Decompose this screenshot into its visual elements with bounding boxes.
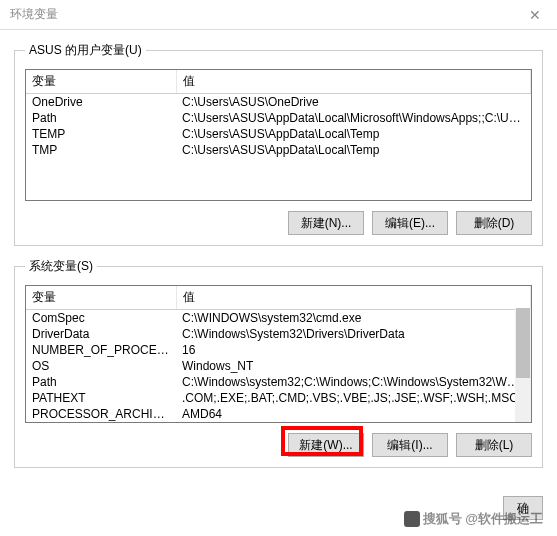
table-row[interactable]: PATHEXT.COM;.EXE;.BAT;.CMD;.VBS;.VBE;.JS… xyxy=(26,390,531,406)
user-new-button[interactable]: 新建(N)... xyxy=(288,211,364,235)
var-value-cell: AMD64 xyxy=(176,406,531,422)
table-row[interactable]: OneDriveC:\Users\ASUS\OneDrive xyxy=(26,94,531,111)
system-delete-button[interactable]: 删除(L) xyxy=(456,433,532,457)
table-row[interactable]: PathC:\Windows\system32;C:\Windows;C:\Wi… xyxy=(26,374,531,390)
var-value-cell: .COM;.EXE;.BAT;.CMD;.VBS;.VBE;.JS;.JSE;.… xyxy=(176,390,531,406)
user-vars-table[interactable]: 变量 值 OneDriveC:\Users\ASUS\OneDrivePathC… xyxy=(26,70,531,158)
var-value-cell: 16 xyxy=(176,342,531,358)
user-vars-table-wrap: 变量 值 OneDriveC:\Users\ASUS\OneDrivePathC… xyxy=(25,69,532,201)
system-new-button[interactable]: 新建(W)... xyxy=(288,433,364,457)
var-value-cell: Windows_NT xyxy=(176,358,531,374)
var-name-cell: PROCESSOR_ARCHITECTURE xyxy=(26,406,176,422)
col-header-variable[interactable]: 变量 xyxy=(26,286,176,310)
window-title: 环境变量 xyxy=(10,6,58,23)
var-name-cell: Path xyxy=(26,110,176,126)
user-delete-button[interactable]: 删除(D) xyxy=(456,211,532,235)
user-vars-legend: ASUS 的用户变量(U) xyxy=(25,42,146,59)
table-row[interactable]: PathC:\Users\ASUS\AppData\Local\Microsof… xyxy=(26,110,531,126)
var-name-cell: TEMP xyxy=(26,126,176,142)
ok-button[interactable]: 确 xyxy=(503,496,543,520)
close-icon[interactable]: ✕ xyxy=(513,0,557,30)
var-name-cell: OS xyxy=(26,358,176,374)
var-value-cell: C:\Users\ASUS\OneDrive xyxy=(176,94,531,111)
table-row[interactable]: ComSpecC:\WINDOWS\system32\cmd.exe xyxy=(26,310,531,327)
system-vars-legend: 系统变量(S) xyxy=(25,258,97,275)
var-value-cell: C:\Windows\system32;C:\Windows;C:\Window… xyxy=(176,374,531,390)
col-header-value[interactable]: 值 xyxy=(176,70,531,94)
system-edit-button[interactable]: 编辑(I)... xyxy=(372,433,448,457)
var-value-cell: C:\Users\ASUS\AppData\Local\Temp xyxy=(176,126,531,142)
var-name-cell: OneDrive xyxy=(26,94,176,111)
var-value-cell: C:\Windows\System32\Drivers\DriverData xyxy=(176,326,531,342)
user-vars-group: ASUS 的用户变量(U) 变量 值 OneDriveC:\Users\ASUS… xyxy=(14,42,543,246)
var-name-cell: NUMBER_OF_PROCESSORS xyxy=(26,342,176,358)
user-edit-button[interactable]: 编辑(E)... xyxy=(372,211,448,235)
system-vars-table[interactable]: 变量 值 ComSpecC:\WINDOWS\system32\cmd.exeD… xyxy=(26,286,531,422)
table-row[interactable]: NUMBER_OF_PROCESSORS16 xyxy=(26,342,531,358)
scrollbar[interactable] xyxy=(515,308,531,422)
col-header-variable[interactable]: 变量 xyxy=(26,70,176,94)
var-name-cell: PATHEXT xyxy=(26,390,176,406)
table-row[interactable]: DriverDataC:\Windows\System32\Drivers\Dr… xyxy=(26,326,531,342)
system-vars-group: 系统变量(S) 变量 值 ComSpecC:\WINDOWS\system32\… xyxy=(14,258,543,468)
table-row[interactable]: PROCESSOR_ARCHITECTUREAMD64 xyxy=(26,406,531,422)
var-value-cell: C:\Users\ASUS\AppData\Local\Microsoft\Wi… xyxy=(176,110,531,126)
var-name-cell: ComSpec xyxy=(26,310,176,327)
titlebar: 环境变量 ✕ xyxy=(0,0,557,30)
var-name-cell: Path xyxy=(26,374,176,390)
var-value-cell: C:\WINDOWS\system32\cmd.exe xyxy=(176,310,531,327)
col-header-value[interactable]: 值 xyxy=(176,286,531,310)
var-name-cell: TMP xyxy=(26,142,176,158)
table-row[interactable]: TMPC:\Users\ASUS\AppData\Local\Temp xyxy=(26,142,531,158)
var-value-cell: C:\Users\ASUS\AppData\Local\Temp xyxy=(176,142,531,158)
scroll-thumb[interactable] xyxy=(516,308,530,378)
table-row[interactable]: TEMPC:\Users\ASUS\AppData\Local\Temp xyxy=(26,126,531,142)
var-name-cell: DriverData xyxy=(26,326,176,342)
system-vars-table-wrap: 变量 值 ComSpecC:\WINDOWS\system32\cmd.exeD… xyxy=(25,285,532,423)
table-row[interactable]: OSWindows_NT xyxy=(26,358,531,374)
